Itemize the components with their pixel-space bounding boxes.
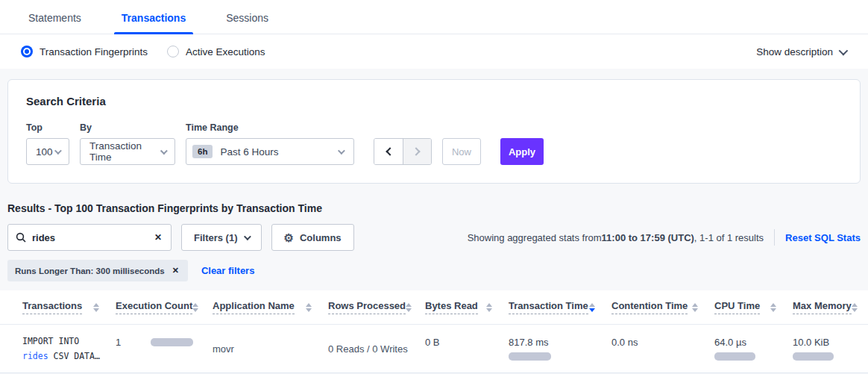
sort-icon[interactable]: [192, 303, 198, 312]
results-searchbox: ✕: [7, 224, 172, 251]
show-description-toggle[interactable]: Show description: [756, 46, 846, 57]
columns-button[interactable]: ⚙ Columns: [271, 224, 354, 251]
max-memory-bar: [793, 352, 834, 361]
columns-label: Columns: [300, 232, 342, 243]
radio-transaction-fingerprints[interactable]: Transaction Fingerprints: [21, 46, 148, 57]
stats-range: 11:00 to 17:59 (UTC): [602, 232, 694, 243]
column-header-rows-processed: Rows Processed: [328, 300, 425, 314]
transaction-time-bar: [509, 352, 551, 361]
column-label[interactable]: CPU Time: [714, 300, 760, 314]
column-label[interactable]: Execution Count: [116, 300, 192, 314]
sql-line-1: IMPORT INTO: [22, 334, 116, 349]
top-value: 100: [36, 146, 53, 158]
top-field: Top 100: [26, 122, 69, 165]
radio-active-executions[interactable]: Active Executions: [167, 46, 265, 57]
show-description-label: Show description: [756, 46, 833, 57]
by-label: By: [80, 122, 175, 133]
sort-icon[interactable]: [306, 303, 312, 312]
reset-sql-stats-link[interactable]: Reset SQL Stats: [785, 232, 861, 243]
search-criteria-card: Search Criteria Top 100 By Transaction T…: [7, 79, 861, 184]
table-row[interactable]: IMPORT INTO rides CSV DATA… 1 movr 0 Rea…: [0, 324, 868, 373]
chevron-down-icon: [54, 147, 62, 155]
column-header-max-memory: Max Memory: [793, 300, 868, 314]
sort-icon[interactable]: [770, 303, 776, 312]
transaction-fingerprint-link[interactable]: IMPORT INTO rides CSV DATA…: [22, 334, 116, 364]
time-nav-group: [374, 138, 432, 165]
sql-line-2-rest: CSV DATA…: [48, 351, 100, 361]
column-header-transaction-time: Transaction Time: [509, 300, 611, 314]
divider: [774, 229, 775, 246]
filter-chips-row: Runs Longer Than: 300 milliseconds ✕ Cle…: [7, 260, 861, 281]
sort-icon[interactable]: [852, 303, 858, 312]
column-label[interactable]: Contention Time: [611, 300, 688, 314]
transactions-table: Transactions Execution Count Application…: [0, 290, 868, 373]
sort-icon[interactable]: [93, 303, 99, 312]
execution-count-value: 1: [116, 337, 121, 348]
arrow-right-icon: [412, 147, 420, 155]
apply-button[interactable]: Apply: [500, 138, 544, 165]
cell-transaction-time: 817.8 ms: [509, 337, 611, 361]
sort-icon[interactable]: [406, 303, 412, 312]
aggregated-stats-note: Showing aggregated stats from 11:00 to 1…: [468, 232, 764, 243]
chevron-down-icon: [839, 46, 849, 55]
cell-cpu-time: 64.0 µs: [714, 337, 793, 361]
time-range-select[interactable]: 6h Past 6 Hours: [186, 138, 354, 165]
radio-label: Active Executions: [186, 46, 265, 57]
column-label[interactable]: Rows Processed: [328, 300, 406, 314]
cell-max-memory: 10.0 KiB: [793, 337, 853, 361]
chevron-down-icon: [338, 147, 345, 155]
time-prev-button[interactable]: [374, 139, 403, 164]
cpu-time-value: 64.0 µs: [714, 337, 746, 348]
tab-statements[interactable]: Statements: [21, 12, 89, 34]
top-select[interactable]: 100: [26, 138, 69, 165]
cell-rows-processed: 0 Reads / 0 Writes: [328, 343, 425, 355]
search-match-highlight: rides: [22, 351, 48, 361]
sort-icon[interactable]: [486, 303, 492, 312]
cpu-time-bar: [714, 352, 755, 361]
cell-execution-count: 1: [116, 337, 213, 361]
column-label[interactable]: Transactions: [22, 300, 82, 314]
bytes-read-value: 0 B: [425, 337, 440, 348]
stats-suffix: , 1-1 of 1 results: [694, 232, 764, 243]
filters-label: Filters (1): [194, 232, 238, 243]
column-header-transactions: Transactions: [22, 300, 116, 314]
by-select[interactable]: Transaction Time: [80, 138, 175, 165]
now-button[interactable]: Now: [442, 138, 481, 165]
cell-bytes-read: 0 B: [425, 337, 509, 361]
stats-prefix: Showing aggregated stats from: [468, 232, 602, 243]
time-next-button[interactable]: [403, 139, 431, 164]
filter-chip-label: Runs Longer Than: 300 milliseconds: [15, 267, 165, 275]
top-label: Top: [26, 122, 69, 133]
clear-search-icon[interactable]: ✕: [153, 231, 163, 244]
column-header-bytes-read: Bytes Read: [425, 300, 509, 314]
contention-time-value: 0.0 ns: [611, 337, 638, 348]
search-input[interactable]: [32, 232, 153, 243]
gear-icon: ⚙: [284, 232, 294, 243]
search-criteria-title: Search Criteria: [26, 95, 842, 107]
time-range-value: Past 6 Hours: [220, 146, 338, 158]
radio-label: Transaction Fingerprints: [40, 46, 148, 57]
by-field: By Transaction Time: [80, 122, 175, 165]
column-label[interactable]: Bytes Read: [425, 300, 478, 314]
time-range-badge: 6h: [192, 145, 213, 158]
column-label[interactable]: Transaction Time: [509, 300, 588, 314]
filters-button[interactable]: Filters (1): [181, 224, 262, 251]
chevron-down-icon: [160, 147, 168, 155]
radio-unselected-icon: [167, 46, 179, 57]
results-heading: Results - Top 100 Transaction Fingerprin…: [7, 202, 861, 214]
search-icon: [16, 232, 26, 243]
column-header-cpu-time: CPU Time: [714, 300, 793, 314]
tab-transactions[interactable]: Transactions: [114, 12, 193, 34]
page-tabs: Statements Transactions Sessions: [0, 0, 868, 34]
table-header-row: Transactions Execution Count Application…: [0, 290, 868, 324]
sort-icon-active-desc[interactable]: [589, 303, 595, 312]
view-toggle-bar: Transaction Fingerprints Active Executio…: [0, 34, 868, 69]
sort-icon[interactable]: [692, 303, 698, 312]
clear-filters-link[interactable]: Clear filters: [201, 265, 255, 276]
tab-sessions[interactable]: Sessions: [218, 12, 276, 34]
filter-chip: Runs Longer Than: 300 milliseconds ✕: [7, 260, 188, 281]
by-value: Transaction Time: [89, 140, 160, 163]
column-label[interactable]: Max Memory: [793, 300, 852, 314]
column-label[interactable]: Application Name: [213, 300, 295, 314]
remove-filter-icon[interactable]: ✕: [171, 264, 180, 277]
